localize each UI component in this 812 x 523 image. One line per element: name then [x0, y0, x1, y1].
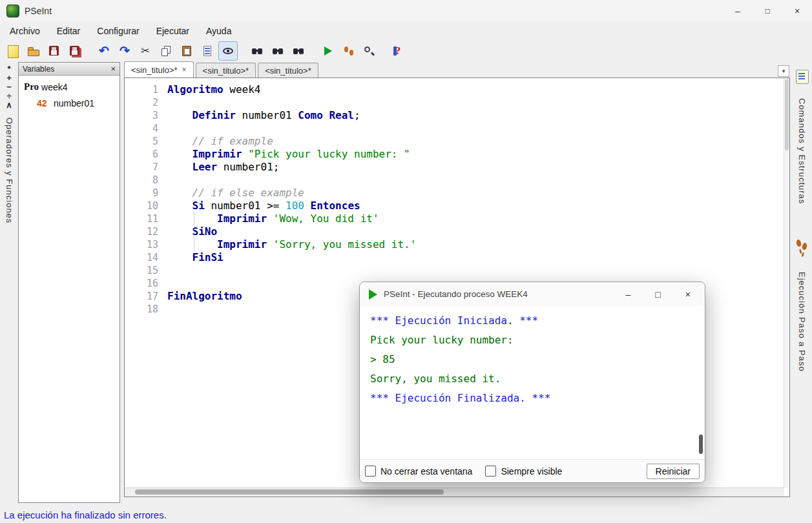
open-icon: [27, 45, 40, 57]
new-button[interactable]: [3, 41, 23, 61]
find-next-button[interactable]: [268, 41, 287, 61]
save-all-button[interactable]: [65, 41, 85, 61]
line-number: 6: [125, 148, 167, 161]
tab-bar: <sin_titulo>*×<sin_titulo>*<sin_titulo>*: [124, 62, 790, 77]
redo-button[interactable]: [115, 41, 134, 61]
line-number: 7: [125, 161, 167, 174]
save-all-icon: [68, 45, 81, 57]
exec-minimize-button[interactable]: –: [626, 289, 631, 300]
horizontal-scroll-thumb[interactable]: [135, 489, 444, 495]
exec-close-button[interactable]: ×: [685, 289, 691, 300]
variable-row[interactable]: Proweek4: [19, 79, 120, 95]
exec-window-controls: – □ ×: [626, 289, 696, 300]
code-segment-pl: [167, 109, 193, 121]
tab-close-icon[interactable]: ×: [182, 65, 187, 74]
code-text: FinSi: [167, 251, 224, 264]
step-execution-tab[interactable]: Ejecución Paso a Paso: [796, 240, 809, 372]
minimize-button[interactable]: –: [723, 0, 753, 22]
checkbox-icon[interactable]: [365, 466, 376, 477]
pseint-logo-icon: [6, 5, 19, 17]
open-button[interactable]: [24, 41, 43, 61]
tab-label: <sin_titulo>*: [203, 66, 249, 76]
menu-item-configurar[interactable]: Configurar: [88, 23, 147, 39]
editor-tab-1[interactable]: <sin_titulo>*×: [124, 61, 194, 77]
code-line: 6 Imprimir "Pick your lucky number: ": [125, 148, 789, 161]
window-title: PSeInt: [25, 6, 52, 16]
save-icon: [48, 45, 61, 57]
code-line: 15: [125, 264, 789, 277]
step-icon: [342, 45, 355, 57]
code-line: 3 Definir number01 Como Real;: [125, 109, 789, 122]
line-number: 9: [125, 187, 167, 200]
exec-maximize-button[interactable]: □: [655, 289, 660, 300]
exec-output-line: Pick your lucky number:: [370, 331, 705, 350]
code-segment-kw: SiNo: [193, 225, 218, 238]
paste-button[interactable]: [177, 41, 196, 61]
exec-output-line: *** Ejecución Finalizada. ***: [370, 389, 705, 408]
exec-play-icon: [369, 289, 377, 300]
menu-item-ayuda[interactable]: Ayuda: [198, 23, 240, 39]
cut-icon: [139, 45, 152, 57]
toolbar-separator: [380, 42, 387, 60]
operator-symbol: −: [6, 83, 12, 92]
copy-button[interactable]: [156, 41, 176, 61]
variables-panel-close-button[interactable]: ×: [110, 64, 116, 74]
code-segment-pl: [167, 238, 217, 251]
exec-option[interactable]: Siempre visible: [485, 466, 562, 477]
code-line: 7 Leer number01;: [125, 161, 789, 174]
menu-item-ejecutar[interactable]: Ejecutar: [148, 23, 198, 39]
operators-panel-tab[interactable]: *+−÷∧ Operadores y Funciones: [0, 62, 18, 506]
line-number: 5: [125, 135, 167, 148]
editor-tab-3[interactable]: <sin_titulo>*: [258, 63, 318, 77]
cut-button[interactable]: [136, 41, 155, 61]
code-segment-pl: [167, 161, 193, 173]
undo-button[interactable]: [94, 41, 114, 61]
code-line: 14 FinSi: [125, 251, 789, 264]
code-line: 10 Si number01 >= 100 Entonces: [125, 200, 789, 212]
debug-button[interactable]: [359, 41, 379, 61]
code-line: 2: [125, 96, 789, 109]
tab-list-dropdown-button[interactable]: ▾: [778, 65, 789, 77]
code-text: Imprimir 'Wow, You did it': [167, 212, 379, 225]
code-segment-kw: Imprimir: [217, 238, 267, 251]
syntax-view-button[interactable]: [218, 41, 238, 61]
code-segment-str: 'Sorry, you missed it.': [273, 238, 417, 251]
menu-item-archivo[interactable]: Archivo: [1, 23, 48, 39]
tab-label: <sin_titulo>*: [265, 66, 311, 76]
new-icon: [8, 45, 19, 58]
editor-tab-2[interactable]: <sin_titulo>*: [196, 63, 256, 77]
code-segment-kw: Leer: [193, 161, 218, 173]
line-number: 2: [125, 96, 167, 109]
footprints-icon: [796, 240, 809, 258]
exec-option[interactable]: No cerrar esta ventana: [365, 466, 472, 477]
code-segment-com: // if else example: [193, 187, 304, 199]
code-segment-pl: ;: [354, 109, 360, 121]
editor-vertical-scrollbar[interactable]: [784, 78, 789, 488]
vertical-scroll-thumb[interactable]: [785, 79, 789, 150]
editor-horizontal-scrollbar[interactable]: [125, 487, 784, 497]
process-type-icon: Pro: [24, 81, 39, 92]
code-text: Si number01 >= 100 Entonces: [167, 200, 360, 212]
exec-scrollbar-thumb[interactable]: [699, 435, 703, 454]
run-button[interactable]: [318, 41, 337, 61]
menu-item-editar[interactable]: Editar: [48, 23, 89, 39]
variable-row[interactable]: 42number01: [19, 95, 120, 111]
code-segment-kw: Entonces: [311, 200, 360, 212]
right-panel-tabs: Comandos y Estructuras Ejecución Paso a …: [792, 62, 812, 506]
toolbar-separator: [239, 42, 246, 60]
exec-output-line: > 85: [370, 350, 705, 369]
checkbox-icon[interactable]: [485, 466, 496, 477]
code-segment-kw: FinSi: [193, 251, 224, 263]
format-button[interactable]: [198, 41, 217, 61]
commands-structures-tab[interactable]: Comandos y Estructuras: [796, 62, 809, 204]
variables-panel-header: Variables ×: [19, 63, 120, 76]
close-button[interactable]: ×: [782, 0, 812, 22]
replace-button[interactable]: [289, 41, 308, 61]
step-run-button[interactable]: [338, 41, 358, 61]
save-button[interactable]: [45, 41, 64, 61]
maximize-button[interactable]: □: [753, 0, 782, 22]
variable-name: number01: [54, 98, 94, 108]
restart-button[interactable]: Reiniciar: [647, 464, 700, 479]
find-button[interactable]: [247, 41, 267, 61]
help-button[interactable]: [388, 41, 408, 61]
